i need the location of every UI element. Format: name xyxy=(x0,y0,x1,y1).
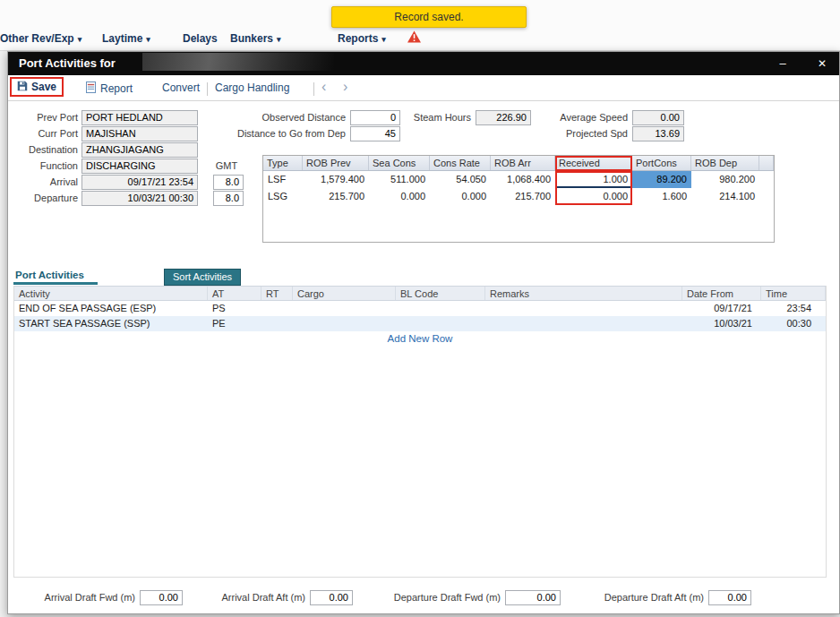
curr-port-label: Curr Port xyxy=(8,128,78,139)
menu-item-label: Laytime xyxy=(102,32,142,45)
bunker-cell-portcons[interactable]: 1.600 xyxy=(632,188,691,205)
bunker-cell-type[interactable]: LSG xyxy=(263,188,303,205)
bunker-grid: Type ROB Prev Sea Cons Cons Rate ROB Arr… xyxy=(262,155,775,243)
dialog-titlebar: Port Activities for – ✕ xyxy=(8,52,839,75)
bunker-header-row: Type ROB Prev Sea Cons Cons Rate ROB Arr… xyxy=(263,156,774,171)
next-record-button[interactable]: › xyxy=(343,79,347,95)
minimize-button[interactable]: – xyxy=(773,55,793,73)
bunker-row-lsf: LSF 1,579.400 511.000 54.050 1,068.400 1… xyxy=(263,171,774,188)
toolbar: Save Report Convert Cargo Handling ‹ › xyxy=(8,75,839,101)
arrival-draft-aft-field[interactable]: 0.00 xyxy=(310,590,353,605)
bunker-cell-received[interactable]: 0.000 xyxy=(555,188,632,205)
gmt-departure-field[interactable]: 8.0 xyxy=(213,191,244,206)
close-button[interactable]: ✕ xyxy=(812,55,832,73)
convert-label: Convert xyxy=(162,81,200,94)
activity-cell-rt xyxy=(261,316,293,331)
chevron-down-icon: ▾ xyxy=(78,35,82,44)
port-activities-dialog: Port Activities for – ✕ Save Report Conv… xyxy=(7,51,840,614)
departure-draft-fwd-label: Departure Draft Fwd (m) xyxy=(384,592,501,603)
activities-col-rt: RT xyxy=(261,287,293,300)
activities-header-row: Activity AT RT Cargo BL Code Remarks Dat… xyxy=(14,286,826,301)
departure-draft-aft-field[interactable]: 0.00 xyxy=(708,590,751,605)
title-redaction xyxy=(142,53,334,71)
menu-item-label: Other Rev/Exp xyxy=(0,32,74,45)
cargo-handling-button[interactable]: Cargo Handling xyxy=(215,81,289,94)
function-label: Function xyxy=(8,160,78,171)
add-new-row-link[interactable]: Add New Row xyxy=(14,333,826,344)
bunker-cell-received[interactable]: 1.000 xyxy=(555,171,632,188)
activity-cell-activity: END OF SEA PASSAGE (ESP) xyxy=(14,301,208,316)
convert-button[interactable]: Convert xyxy=(162,81,200,94)
arrival-draft-aft-label: Arrival Draft Aft (m) xyxy=(203,592,305,603)
bunker-cell-rob-arr[interactable]: 1,068.400 xyxy=(491,171,555,188)
menu-item-delays[interactable]: Delays xyxy=(183,32,218,45)
save-label: Save xyxy=(31,81,56,93)
prev-record-button[interactable]: ‹ xyxy=(321,79,326,95)
save-button[interactable]: Save xyxy=(10,77,64,97)
bunker-cell-portcons[interactable]: 89.200 xyxy=(632,171,691,188)
destination-label: Destination xyxy=(8,144,78,155)
bunker-cell-type[interactable]: LSF xyxy=(263,171,303,188)
activity-cell-at: PS xyxy=(208,301,261,316)
departure-draft-fwd-field[interactable]: 0.00 xyxy=(505,590,561,605)
activity-cell-remarks xyxy=(485,301,682,316)
arrival-draft-fwd-field[interactable]: 0.00 xyxy=(140,590,183,605)
activity-cell-cargo xyxy=(293,301,396,316)
bunker-col-portcons: PortCons xyxy=(632,156,691,170)
bunker-cell-filler xyxy=(759,188,774,205)
report-icon xyxy=(86,81,96,96)
menu-item-label: Bunkers xyxy=(230,32,273,45)
activities-col-date-from: Date From xyxy=(682,287,761,300)
activities-col-bl-code: BL Code xyxy=(396,287,485,300)
bunker-cell-cons-rate[interactable]: 54.050 xyxy=(430,171,491,188)
cargo-handling-label: Cargo Handling xyxy=(215,81,289,94)
destination-field: ZHANGJIAGANG xyxy=(81,142,198,158)
activities-col-remarks: Remarks xyxy=(485,287,682,300)
observed-distance-field[interactable]: 0 xyxy=(350,110,400,125)
tab-port-activities[interactable]: Port Activities xyxy=(15,270,84,280)
bunker-cell-rob-dep[interactable]: 980.200 xyxy=(691,171,759,188)
average-speed-label: Average Speed xyxy=(520,112,628,123)
activity-row-ssp[interactable]: START SEA PASSAGE (SSP) PE 10/03/21 00:3… xyxy=(14,316,826,331)
activity-cell-date-from: 10/03/21 xyxy=(682,316,761,331)
projected-speed-field: 13.69 xyxy=(632,126,684,141)
activity-row-esp[interactable]: END OF SEA PASSAGE (ESP) PS 09/17/21 23:… xyxy=(14,301,826,316)
bunker-cell-sea-cons[interactable]: 0.000 xyxy=(369,188,430,205)
bunker-cell-rob-prev[interactable]: 215.700 xyxy=(303,188,369,205)
bunker-col-rob-arr: ROB Arr xyxy=(491,156,555,170)
bunker-cell-rob-dep[interactable]: 214.100 xyxy=(691,188,759,205)
bunker-col-type: Type xyxy=(263,156,303,170)
bunker-col-cons-rate: Cons Rate xyxy=(430,156,491,170)
bunker-cell-rob-prev[interactable]: 1,579.400 xyxy=(303,171,369,188)
screen: Other Rev/Exp▾ Laytime▾ Delays Bunkers▾ … xyxy=(0,0,840,617)
chevron-down-icon: ▾ xyxy=(277,35,281,44)
projected-speed-label: Projected Spd xyxy=(520,128,628,139)
activity-cell-time: 23:54 xyxy=(761,301,826,316)
activity-cell-cargo xyxy=(293,316,396,331)
menu-item-label: Reports xyxy=(338,32,378,45)
arrival-field[interactable]: 09/17/21 23:54 xyxy=(81,175,198,190)
chevron-down-icon: ▾ xyxy=(381,35,386,44)
departure-label: Departure xyxy=(8,193,78,203)
bunker-cell-sea-cons[interactable]: 511.000 xyxy=(369,171,430,188)
activity-cell-date-from: 09/17/21 xyxy=(682,301,761,316)
distance-to-go-field[interactable]: 45 xyxy=(350,126,400,141)
activity-cell-remarks xyxy=(485,316,682,331)
activities-col-time: Time xyxy=(761,287,826,300)
activities-table: Activity AT RT Cargo BL Code Remarks Dat… xyxy=(13,286,827,578)
menu-item-bunkers[interactable]: Bunkers▾ xyxy=(230,32,281,45)
menu-item-other-rev-exp[interactable]: Other Rev/Exp▾ xyxy=(0,32,81,45)
bunker-cell-cons-rate[interactable]: 0.000 xyxy=(430,188,491,205)
bunker-row-lsg: LSG 215.700 0.000 0.000 215.700 0.000 1.… xyxy=(263,188,774,205)
menu-item-laytime[interactable]: Laytime▾ xyxy=(102,32,150,45)
report-button[interactable]: Report xyxy=(86,81,133,96)
activities-col-at: AT xyxy=(208,287,261,300)
menu-item-reports[interactable]: Reports▾ xyxy=(338,32,386,45)
bunker-cell-filler xyxy=(759,171,774,188)
tab-sort-activities[interactable]: Sort Activities xyxy=(164,269,241,286)
bunker-cell-rob-arr[interactable]: 215.700 xyxy=(491,188,555,205)
departure-field[interactable]: 10/03/21 00:30 xyxy=(81,191,198,206)
tab-active-underline xyxy=(13,282,98,285)
gmt-arrival-field[interactable]: 8.0 xyxy=(213,175,244,190)
menu-item-label: Delays xyxy=(183,32,218,45)
